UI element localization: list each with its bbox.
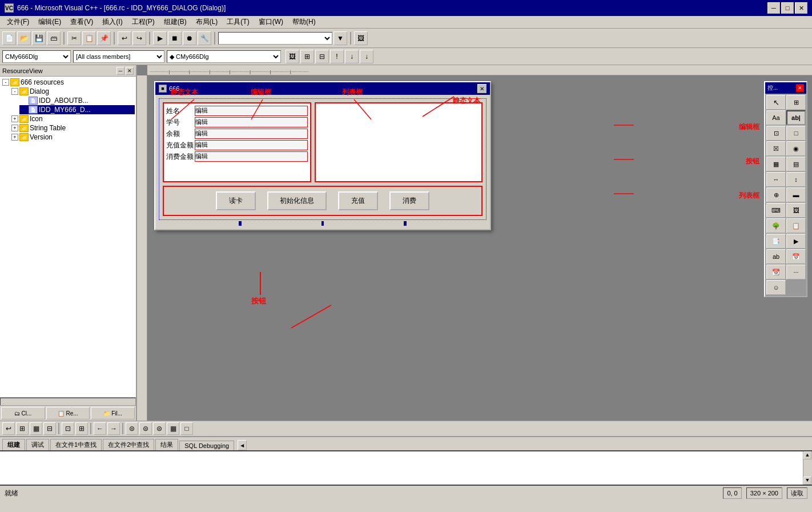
menu-layout[interactable]: 布局(L) — [191, 16, 223, 28]
ctrl-edit[interactable]: ab| — [786, 110, 806, 125]
ctrl-static[interactable]: Aa — [766, 110, 786, 125]
menu-build[interactable]: 组建(B) — [159, 16, 191, 28]
output-scrollbar[interactable]: ▲ ▼ — [803, 451, 812, 485]
menu-window[interactable]: 窗口(W) — [254, 16, 288, 28]
tree-item-root[interactable]: - 📁 666 resources — [1, 78, 135, 87]
btoolbar-btn11[interactable]: ⊜ — [153, 422, 166, 435]
dialog-close-btn[interactable]: ✕ — [477, 84, 487, 93]
edit-id[interactable]: 编辑 — [195, 117, 308, 127]
tree-item-dialog[interactable]: - 📁 Dialog — [10, 87, 135, 96]
class-btn1[interactable]: 🖼 — [286, 50, 299, 63]
list-section[interactable] — [315, 102, 483, 182]
toolbar-btn2[interactable]: ⏹ — [168, 31, 182, 45]
ctrl-spin[interactable]: ⊕ — [766, 187, 786, 202]
class-btn6[interactable]: ↓ — [360, 50, 373, 63]
ctrl-select[interactable]: ⊞ — [786, 95, 806, 110]
menu-help[interactable]: 帮助(H) — [288, 16, 320, 28]
edit-name[interactable]: 编辑 — [195, 106, 308, 116]
undo-button[interactable]: ↩ — [118, 31, 131, 45]
btoolbar-btn13[interactable]: □ — [180, 422, 193, 435]
class-btn3[interactable]: ⊟ — [315, 50, 329, 63]
class-btn2[interactable]: ⊞ — [300, 50, 314, 63]
ctrl-list[interactable]: ▤ — [786, 157, 806, 171]
ctrl-richedit[interactable]: ab — [766, 249, 786, 264]
btn-recharge[interactable]: 充值 — [338, 191, 378, 210]
combo-arrow[interactable]: ▼ — [333, 31, 347, 45]
toolbar-btn4[interactable]: 🔧 — [198, 31, 211, 45]
open-button[interactable]: 📂 — [17, 31, 31, 45]
toolbar-combo[interactable] — [218, 32, 332, 45]
ctrl-check[interactable]: ☒ — [766, 141, 786, 156]
class-combo[interactable]: CMy666Dlg — [2, 50, 71, 63]
tab-find1[interactable]: 在文件1中查找 — [50, 439, 102, 450]
tree-item-my666[interactable]: 📄 IDD_MY666_D... — [19, 105, 135, 114]
tree-expand-stringtable[interactable]: + — [11, 125, 18, 131]
tree-expand-icon[interactable]: + — [11, 115, 18, 122]
menu-view[interactable]: 查看(V) — [66, 16, 98, 28]
menu-edit[interactable]: 编辑(E) — [34, 16, 66, 28]
class-btn4[interactable]: ! — [330, 50, 344, 63]
tab-classview[interactable]: 🗂 Cl... — [1, 407, 45, 419]
paste-button[interactable]: 📌 — [97, 31, 111, 45]
tab-debug[interactable]: 调试 — [26, 439, 49, 450]
toolbar-icon1[interactable]: 🖼 — [354, 31, 368, 45]
tree-item-icon[interactable]: + 📁 Icon — [10, 114, 135, 123]
scroll-down-btn[interactable]: ▼ — [803, 477, 811, 485]
class-btn5[interactable]: ↓ — [345, 50, 359, 63]
tab-build[interactable]: 组建 — [2, 439, 25, 450]
btoolbar-btn9[interactable]: ⊜ — [126, 422, 138, 435]
sidebar-scroll-track[interactable] — [0, 398, 136, 406]
cut-button[interactable]: ✂ — [67, 31, 81, 45]
ctrl-combo[interactable]: ▦ — [766, 157, 786, 171]
btoolbar-btn8[interactable]: → — [107, 422, 120, 435]
save-button[interactable]: 💾 — [32, 31, 46, 45]
ctrl-listctrl[interactable]: 📋 — [786, 218, 806, 233]
members-combo[interactable]: [All class members] — [73, 50, 164, 63]
tab-fileview[interactable]: 📁 Fil... — [91, 407, 135, 419]
ctrl-tab[interactable]: 📑 — [766, 234, 786, 249]
ctrl-custom[interactable]: ☺ — [766, 280, 786, 295]
scroll-up-btn[interactable]: ▲ — [803, 451, 811, 459]
btn-consume[interactable]: 消费 — [389, 191, 429, 210]
btoolbar-btn2[interactable]: ⊞ — [16, 422, 29, 435]
ctrl-hotkey[interactable]: ⌨ — [766, 203, 786, 218]
tab-resourceview[interactable]: 📋 Re... — [46, 407, 90, 419]
title-bar-buttons[interactable]: ─ □ ✕ — [767, 2, 807, 14]
tree-expand-version[interactable]: + — [11, 134, 18, 141]
toolbar-btn3[interactable]: ⏺ — [183, 31, 196, 45]
tab-find2[interactable]: 在文件2中查找 — [103, 439, 154, 450]
tab-sql[interactable]: SQL Debugging — [179, 441, 234, 450]
new-button[interactable]: 📄 — [2, 31, 16, 45]
btn-init[interactable]: 初始化信息 — [267, 191, 327, 210]
copy-button[interactable]: 📋 — [82, 31, 96, 45]
resize-handle-right[interactable] — [404, 221, 407, 226]
ctrl-pointer[interactable]: ↖ — [766, 95, 786, 110]
scroll-track[interactable] — [803, 459, 812, 477]
ctrl-monthcal[interactable]: 📆 — [766, 265, 786, 279]
toolbar-btn1[interactable]: ▶ — [153, 31, 167, 45]
ctrl-hscroll[interactable]: ↔ — [766, 172, 786, 187]
tree-item-stringtable[interactable]: + 📁 String Table — [10, 123, 135, 133]
tree-expand-root[interactable]: - — [2, 79, 9, 86]
edit-balance[interactable]: 编辑 — [195, 129, 308, 139]
ctrl-treectrl[interactable]: 🌳 — [766, 218, 786, 233]
menu-insert[interactable]: 插入(I) — [98, 16, 127, 28]
tree-item-aboutbox[interactable]: 📄 IDD_ABOUTB... — [19, 96, 135, 105]
btoolbar-btn10[interactable]: ⊜ — [139, 422, 152, 435]
btoolbar-btn12[interactable]: ▦ — [167, 422, 179, 435]
method-combo[interactable]: ◆ CMy666Dlg — [167, 50, 281, 63]
edit-recharge[interactable]: 编辑 — [195, 140, 308, 150]
ctrl-image[interactable]: 🖼 — [786, 203, 806, 218]
close-button[interactable]: ✕ — [795, 2, 807, 14]
tree-item-version[interactable]: + 📁 Version — [10, 133, 135, 142]
resize-handle-left[interactable] — [239, 221, 242, 226]
controls-close-btn[interactable]: ✕ — [796, 84, 804, 92]
menu-project[interactable]: 工程(P) — [127, 16, 159, 28]
maximize-button[interactable]: □ — [781, 2, 794, 14]
menu-file[interactable]: 文件(F) — [2, 16, 34, 28]
btoolbar-btn7[interactable]: ← — [94, 422, 106, 435]
btoolbar-btn5[interactable]: ⊡ — [62, 422, 74, 435]
tab-scroll-btn[interactable]: ◄ — [238, 440, 247, 450]
ctrl-button[interactable]: □ — [786, 126, 806, 141]
save-all-button[interactable]: 🗃 — [47, 31, 61, 45]
